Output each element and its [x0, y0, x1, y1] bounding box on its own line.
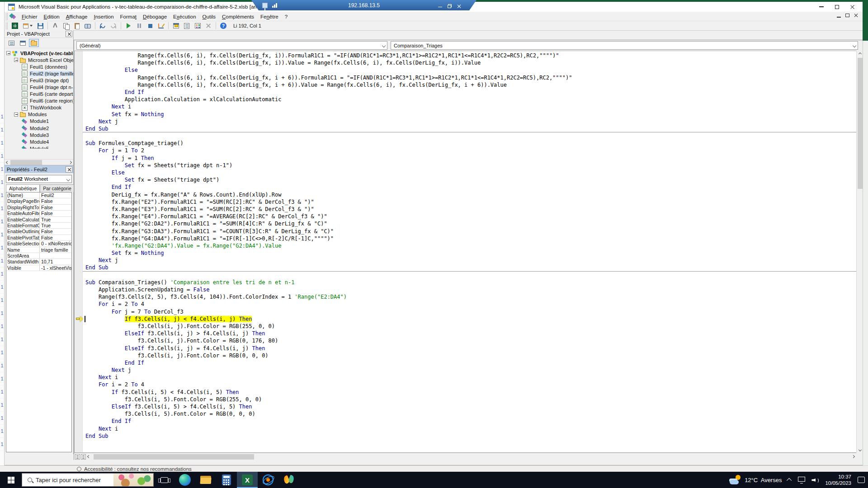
property-row[interactable]: EnableAutoFilterFalse [6, 211, 71, 216]
cut-icon[interactable] [50, 22, 60, 30]
code-line[interactable]: Set fx = Nothing [83, 249, 856, 257]
start-button[interactable] [0, 472, 22, 488]
taskbar-icon-butterfly-app[interactable] [278, 472, 299, 488]
menu-item-?[interactable]: ? [282, 13, 291, 21]
run-icon[interactable] [123, 22, 133, 30]
tree-item-modules[interactable]: Modules [5, 111, 73, 118]
code-line[interactable]: ElseIf f3.Cells(i, j) > f4.Cells(i, j) T… [83, 330, 856, 337]
taskbar-icon-excel[interactable]: X [237, 472, 258, 488]
view-excel-icon[interactable] [10, 22, 20, 30]
tree-item-module4[interactable]: Module4 [5, 138, 73, 145]
tree-item-module5[interactable]: Module5 [5, 145, 73, 149]
code-line[interactable] [83, 132, 856, 140]
tree-item-vbaproject-v-tec-table[interactable]: VBAProject (v-tec-table [5, 50, 73, 56]
reset-icon[interactable] [145, 22, 155, 30]
indicator-margin[interactable] [75, 51, 83, 452]
property-row[interactable]: EnableCalculationTrue [6, 217, 71, 223]
code-line[interactable]: f3.Cells(i, j).Font.Color = RGB(255, 0, … [83, 323, 856, 330]
procedure-view-button[interactable] [75, 454, 80, 460]
scroll-up-icon[interactable] [857, 51, 863, 57]
help-icon[interactable]: ? [218, 22, 228, 30]
code-line[interactable]: If f3.Cells(i, 5) < f4.Cells(i, 5) Then [83, 389, 856, 396]
code-line[interactable]: ElseIf f3.Cells(i, j) = f4.Cells(i, j) T… [83, 345, 856, 352]
weather-widget[interactable]: 12°C Averses [726, 472, 785, 488]
procedure-dropdown[interactable]: Comparaison_Triages [391, 41, 858, 50]
redo-icon[interactable] [108, 22, 118, 30]
rdp-minimize-icon[interactable] [438, 7, 442, 8]
property-row[interactable]: DisplayPageBreakFalse [6, 198, 71, 204]
code-line[interactable]: End Sub [83, 125, 856, 132]
break-icon[interactable] [134, 22, 144, 30]
tray-overflow-button[interactable] [785, 472, 795, 488]
undo-icon[interactable] [98, 22, 108, 30]
tree-item-thisworkbook[interactable]: ThisWorkbook [5, 104, 73, 111]
scrollbar-thumb[interactable] [858, 58, 863, 189]
property-row[interactable]: (Name)Feuil2 [6, 192, 71, 198]
full-module-view-button[interactable] [81, 454, 86, 460]
collapse-icon[interactable] [14, 113, 18, 117]
menu-item-dbogage[interactable]: Débogage [140, 13, 170, 21]
code-line[interactable]: End If [83, 359, 856, 366]
code-line[interactable]: f3.Cells(i, j).Font.Color = RGB(0, 0, 0) [83, 352, 856, 359]
code-line[interactable]: Range(f3.Cells(2, 5), f3.Cells(4, 104)).… [83, 293, 856, 300]
clock-button[interactable]: 10:37 10/05/2023 [822, 472, 854, 488]
code-line[interactable]: End Sub [83, 432, 856, 440]
close-button[interactable] [844, 2, 860, 12]
mdi-minimize-icon[interactable] [837, 17, 841, 18]
code-line[interactable]: Set fx = Nothing [83, 111, 856, 118]
copy-icon[interactable] [61, 22, 71, 30]
tree-item-feuil4-triage-dpt-n[interactable]: Feuil4 (triage dpt n- [5, 84, 73, 90]
code-vscrollbar[interactable] [856, 51, 863, 453]
save-icon[interactable] [35, 22, 45, 30]
code-line[interactable]: Range(fx.Cells(6, i), fx.Cells(DerLig_fx… [83, 52, 856, 59]
menu-item-outils[interactable]: Outils [199, 13, 219, 21]
property-row[interactable]: Visible-1 - xlSheetVisib [6, 265, 71, 271]
taskbar-search-input[interactable]: Taper ici pour rechercher [22, 473, 154, 487]
properties-panel-close-icon[interactable] [66, 166, 72, 173]
find-icon[interactable] [83, 22, 93, 30]
code-line[interactable]: Next i [83, 103, 856, 110]
scrollbar-thumb[interactable] [10, 160, 42, 165]
menu-item-excution[interactable]: Exécution [170, 13, 199, 21]
tree-item-feuil2-triage-famille[interactable]: Feuil2 (triage famille [5, 70, 73, 77]
tab-par-cat-gorie[interactable]: Par catégorie [40, 184, 74, 192]
property-row[interactable]: EnableFormatConTrue [6, 223, 71, 229]
code-line[interactable]: For i = 2 To 4 [83, 381, 856, 388]
property-row[interactable]: Nametriage famille [6, 247, 71, 253]
collapse-icon[interactable] [6, 51, 10, 55]
taskbar-icon-edge[interactable] [175, 472, 195, 488]
code-line[interactable]: End If [83, 183, 856, 191]
code-line[interactable]: Range(fx.Cells(6, i), fx.Cells(DerLig_fx… [83, 59, 856, 66]
code-line[interactable]: End Sub [83, 264, 856, 271]
properties-window-icon[interactable] [182, 22, 192, 30]
mdi-restore-icon[interactable] [845, 14, 849, 17]
taskbar-icon-task-view[interactable] [154, 472, 175, 488]
toolbar-grip[interactable] [6, 13, 8, 20]
code-line[interactable]: Next i [83, 425, 856, 432]
scroll-right-icon[interactable] [850, 454, 856, 460]
code-line[interactable]: ElseIf f3.Cells(i, 5) > f4.Cells(i, 5) T… [83, 403, 856, 410]
view-code-button[interactable] [6, 39, 16, 47]
paste-icon[interactable] [72, 22, 82, 30]
code-line[interactable]: fx.Range("E2").FormulaR1C1 = "=SUM(RC[2]… [83, 198, 856, 206]
code-line[interactable]: If f3.Cells(i, j) < f4.Cells(i, j) Then [83, 315, 856, 323]
tree-item-module1[interactable]: Module1 [5, 118, 73, 125]
code-line[interactable]: End If [83, 89, 856, 96]
tree-item-module2[interactable]: Module2 [5, 125, 73, 131]
toggle-folders-button[interactable] [29, 39, 39, 47]
code-line[interactable]: Application.ScreenUpdating = False [83, 286, 856, 293]
code-text[interactable]: Range(fx.Cells(6, i), fx.Cells(DerLig_fx… [83, 52, 856, 440]
tree-item-feuil6-carte-region[interactable]: Feuil6 (carte region) [5, 98, 73, 104]
scroll-down-icon[interactable] [857, 446, 863, 453]
code-editor[interactable]: Range(fx.Cells(6, i), fx.Cells(DerLig_fx… [74, 51, 856, 453]
taskbar-icon-atom-app[interactable] [258, 472, 278, 488]
action-center-button[interactable] [854, 472, 868, 488]
code-line[interactable]: Next j [83, 366, 856, 374]
menu-item-affichage[interactable]: Affichage [63, 13, 91, 21]
menu-item-format[interactable]: Format [117, 13, 140, 21]
menu-item-edition[interactable]: Edition [41, 13, 63, 21]
property-row[interactable]: EnableOutliningFalse [6, 229, 71, 235]
code-line[interactable]: End If [83, 418, 856, 425]
code-line[interactable] [83, 272, 856, 279]
code-line[interactable]: DerLig_fx = fx.Range("A" & Rows.Count).E… [83, 191, 856, 198]
